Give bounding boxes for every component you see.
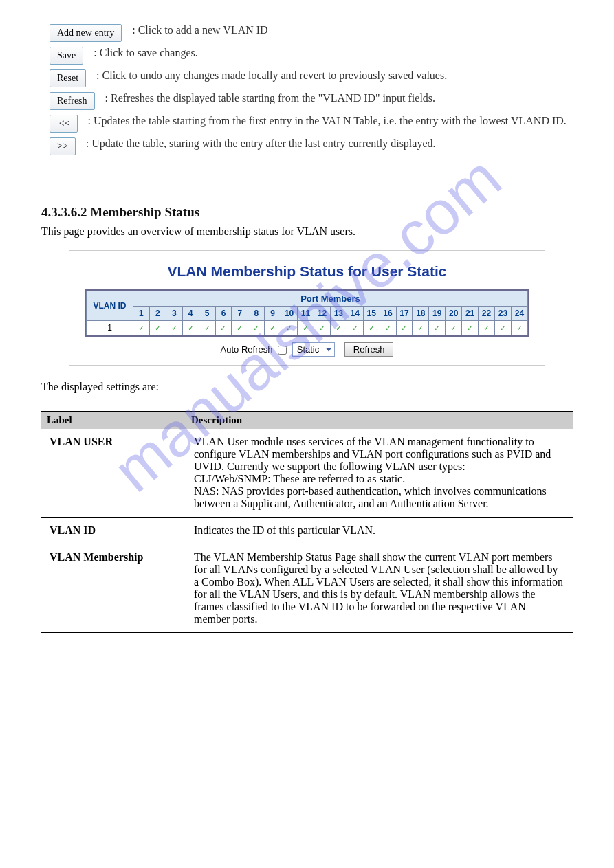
member-cell: ✓ bbox=[429, 321, 446, 335]
port-header: 1 bbox=[133, 307, 150, 321]
member-cell: ✓ bbox=[248, 321, 265, 335]
check-icon: ✓ bbox=[303, 324, 309, 332]
check-icon: ✓ bbox=[401, 324, 407, 332]
member-cell: ✓ bbox=[462, 321, 479, 335]
member-cell: ✓ bbox=[166, 321, 182, 335]
port-header: 15 bbox=[363, 307, 380, 321]
check-icon: ✓ bbox=[319, 324, 325, 332]
button-desc-text: : Click to undo any changes made locally… bbox=[96, 69, 573, 82]
user-type-select[interactable]: Static bbox=[292, 342, 336, 357]
vlan-id-cell: 1 bbox=[87, 321, 133, 335]
member-cell: ✓ bbox=[479, 321, 495, 335]
table-row: VLAN Membership The VLAN Membership Stat… bbox=[41, 544, 573, 634]
check-icon: ✓ bbox=[500, 324, 506, 332]
button-desc-text: : Updates the table starting from the fi… bbox=[88, 115, 573, 127]
check-icon: ✓ bbox=[516, 324, 523, 332]
member-cell: ✓ bbox=[380, 321, 396, 335]
check-icon: ✓ bbox=[220, 324, 226, 332]
member-cell: ✓ bbox=[330, 321, 347, 335]
member-cell: ✓ bbox=[396, 321, 413, 335]
check-icon: ✓ bbox=[155, 324, 161, 332]
port-header: 18 bbox=[413, 307, 429, 321]
member-cell: ✓ bbox=[281, 321, 298, 335]
save-button-image: Save bbox=[50, 47, 83, 65]
table-row: VLAN ID Indicates the ID of this particu… bbox=[41, 518, 573, 544]
member-cell: ✓ bbox=[232, 321, 248, 335]
check-icon: ✓ bbox=[171, 324, 177, 332]
section-heading: 4.3.3.6.2 Membership Status bbox=[41, 205, 573, 220]
check-icon: ✓ bbox=[286, 324, 292, 332]
add-new-entry-button-image: Add new entry bbox=[50, 24, 122, 42]
next-page-button-image: >> bbox=[50, 137, 76, 155]
port-header: 5 bbox=[199, 307, 215, 321]
parameter-table: Label Description VLAN USER VLAN User mo… bbox=[41, 410, 573, 634]
auto-refresh-label: Auto Refresh bbox=[221, 344, 273, 355]
port-header: 16 bbox=[380, 307, 396, 321]
member-cell: ✓ bbox=[511, 321, 527, 335]
port-header: 23 bbox=[494, 307, 511, 321]
check-icon: ✓ bbox=[138, 324, 144, 332]
header-vlan-id: VLAN ID bbox=[87, 291, 133, 321]
button-desc-text: : Click to save changes. bbox=[94, 47, 573, 59]
check-icon: ✓ bbox=[434, 324, 440, 332]
button-desc-text: : Click to add a new VLAN ID bbox=[132, 24, 573, 36]
check-icon: ✓ bbox=[204, 324, 210, 332]
param-desc: VLAN User module uses services of the VL… bbox=[186, 429, 573, 518]
port-header: 9 bbox=[265, 307, 281, 321]
param-header-desc: Description bbox=[186, 411, 573, 430]
port-header: 17 bbox=[396, 307, 413, 321]
port-header: 8 bbox=[248, 307, 265, 321]
param-label: VLAN USER bbox=[41, 429, 186, 518]
member-cell: ✓ bbox=[314, 321, 330, 335]
table-row: 1 ✓ ✓ ✓ ✓ ✓ ✓ ✓ ✓ ✓ ✓ ✓ ✓ ✓ ✓ ✓ ✓ ✓ ✓ ✓ bbox=[87, 321, 528, 335]
intro-paragraph: This page provides an overview of member… bbox=[41, 225, 573, 238]
param-label: VLAN Membership bbox=[41, 544, 186, 634]
member-cell: ✓ bbox=[215, 321, 232, 335]
check-icon: ✓ bbox=[352, 324, 358, 332]
member-cell: ✓ bbox=[199, 321, 215, 335]
button-desc-text: : Refreshes the displayed table starting… bbox=[105, 92, 573, 104]
check-icon: ✓ bbox=[237, 324, 243, 332]
refresh-button-image: Refresh bbox=[50, 92, 95, 110]
check-icon: ✓ bbox=[467, 324, 473, 332]
member-cell: ✓ bbox=[149, 321, 166, 335]
member-cell: ✓ bbox=[182, 321, 199, 335]
param-header-label: Label bbox=[41, 411, 186, 430]
refresh-button[interactable]: Refresh bbox=[344, 342, 394, 357]
port-header: 11 bbox=[298, 307, 314, 321]
button-descriptions: Add new entry : Click to add a new VLAN … bbox=[41, 21, 573, 188]
port-header: 21 bbox=[462, 307, 479, 321]
param-desc: Indicates the ID of this particular VLAN… bbox=[186, 518, 573, 544]
port-header: 7 bbox=[232, 307, 248, 321]
button-row: Reset : Click to undo any changes made l… bbox=[50, 69, 573, 87]
vlan-membership-table: VLAN ID Port Members 1 2 3 4 5 6 7 8 9 1… bbox=[86, 291, 528, 335]
member-cell: ✓ bbox=[347, 321, 363, 335]
port-header: 22 bbox=[479, 307, 495, 321]
check-icon: ✓ bbox=[336, 324, 342, 332]
member-cell: ✓ bbox=[133, 321, 150, 335]
header-port-members: Port Members bbox=[133, 291, 528, 307]
button-row: Save : Click to save changes. bbox=[50, 47, 573, 65]
port-header: 6 bbox=[215, 307, 232, 321]
screenshot-panel: VLAN Membership Status for User Static V… bbox=[69, 250, 545, 366]
port-header: 12 bbox=[314, 307, 330, 321]
port-header: 2 bbox=[149, 307, 166, 321]
member-cell: ✓ bbox=[413, 321, 429, 335]
panel-title: VLAN Membership Status for User Static bbox=[85, 263, 529, 280]
button-desc-text: : Update the table, staring with the ent… bbox=[86, 137, 573, 150]
table-row: VLAN USER VLAN User module uses services… bbox=[41, 429, 573, 518]
figure-caption: The displayed settings are: bbox=[41, 381, 573, 393]
port-header: 4 bbox=[182, 307, 199, 321]
check-icon: ✓ bbox=[385, 324, 391, 332]
button-row: Refresh : Refreshes the displayed table … bbox=[50, 92, 573, 110]
member-cell: ✓ bbox=[494, 321, 511, 335]
check-icon: ✓ bbox=[417, 324, 424, 332]
check-icon: ✓ bbox=[450, 324, 457, 332]
port-header: 24 bbox=[511, 307, 527, 321]
button-row: Add new entry : Click to add a new VLAN … bbox=[50, 24, 573, 42]
reset-button-image: Reset bbox=[50, 69, 86, 87]
auto-refresh-checkbox[interactable] bbox=[278, 346, 287, 355]
param-desc: The VLAN Membership Status Page shall sh… bbox=[186, 544, 573, 634]
member-cell: ✓ bbox=[265, 321, 281, 335]
button-row: >> : Update the table, staring with the … bbox=[50, 137, 573, 155]
